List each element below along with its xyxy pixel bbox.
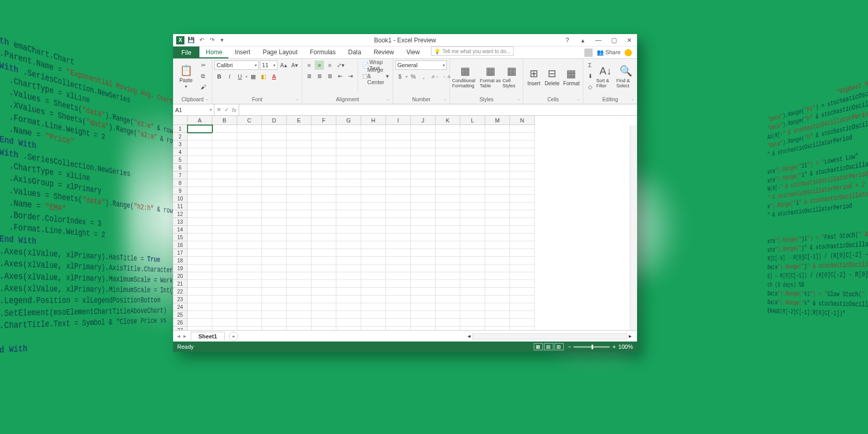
cell[interactable] <box>460 265 485 272</box>
redo-icon[interactable]: ↷ <box>208 37 215 44</box>
find-select-button[interactable]: 🔍Find & Select <box>616 60 635 92</box>
cell[interactable] <box>312 226 336 234</box>
cell[interactable] <box>361 187 386 195</box>
cell[interactable] <box>386 172 411 179</box>
cell[interactable] <box>237 327 262 330</box>
cell[interactable] <box>460 164 485 172</box>
cell[interactable] <box>336 249 361 257</box>
cell[interactable] <box>312 156 336 164</box>
cell[interactable] <box>386 179 411 187</box>
cell[interactable] <box>237 172 262 179</box>
cell[interactable] <box>386 265 411 272</box>
cell[interactable] <box>262 265 287 272</box>
cell[interactable] <box>460 249 485 257</box>
row-header[interactable]: 17 <box>173 249 188 257</box>
row-header[interactable]: 23 <box>173 296 188 303</box>
italic-button[interactable]: I <box>225 72 234 81</box>
cell[interactable] <box>510 303 535 311</box>
cell[interactable] <box>237 187 262 195</box>
view-page-break-button[interactable]: ▥ <box>554 343 564 350</box>
cell[interactable] <box>361 265 386 272</box>
cell[interactable] <box>386 133 411 141</box>
format-as-table-button[interactable]: ▦Format as Table <box>480 60 501 92</box>
fx-icon[interactable]: fx <box>232 107 237 113</box>
row-header[interactable]: 12 <box>173 210 188 218</box>
cell[interactable] <box>336 195 361 203</box>
cell[interactable] <box>411 226 436 234</box>
cell[interactable] <box>287 226 312 234</box>
row-header[interactable]: 26 <box>173 319 188 327</box>
cell[interactable] <box>312 288 336 296</box>
cell[interactable] <box>386 156 411 164</box>
cell[interactable] <box>411 319 436 327</box>
cell[interactable] <box>336 265 361 272</box>
row-header[interactable]: 19 <box>173 265 188 272</box>
tab-review[interactable]: Review <box>367 47 400 58</box>
cell[interactable] <box>411 272 436 280</box>
cell[interactable] <box>237 125 262 133</box>
cell[interactable] <box>485 280 510 288</box>
cell[interactable] <box>237 210 262 218</box>
cell[interactable] <box>262 226 287 234</box>
cell[interactable] <box>336 311 361 319</box>
cell[interactable] <box>237 241 262 249</box>
qat-dropdown-icon[interactable]: ▾ <box>219 37 226 44</box>
cell[interactable] <box>485 203 510 210</box>
cell[interactable] <box>312 179 336 187</box>
cell[interactable] <box>386 164 411 172</box>
cell[interactable] <box>361 125 386 133</box>
cell[interactable] <box>485 319 510 327</box>
cell[interactable] <box>188 241 212 249</box>
cell[interactable] <box>460 187 485 195</box>
cell[interactable] <box>237 226 262 234</box>
cell[interactable] <box>188 172 212 179</box>
align-right-button[interactable]: ≣ <box>325 71 334 81</box>
row-header[interactable]: 13 <box>173 218 188 226</box>
cell[interactable] <box>212 210 237 218</box>
cell[interactable] <box>361 234 386 241</box>
cell[interactable] <box>188 280 212 288</box>
ribbon-collapse-button[interactable]: ▴ <box>575 35 591 46</box>
cell[interactable] <box>485 218 510 226</box>
tab-data[interactable]: Data <box>342 47 367 58</box>
cell[interactable] <box>436 265 460 272</box>
cell[interactable] <box>262 234 287 241</box>
cell[interactable] <box>436 164 460 172</box>
cell[interactable] <box>262 280 287 288</box>
cell[interactable] <box>287 296 312 303</box>
cell[interactable] <box>411 172 436 179</box>
cell[interactable] <box>485 272 510 280</box>
cell[interactable] <box>386 203 411 210</box>
cell[interactable] <box>510 272 535 280</box>
cell[interactable] <box>460 203 485 210</box>
cell[interactable] <box>287 125 312 133</box>
cell[interactable] <box>336 148 361 156</box>
tab-page-layout[interactable]: Page Layout <box>256 47 303 58</box>
cell[interactable] <box>188 187 212 195</box>
vertical-scrollbar[interactable] <box>630 125 637 330</box>
cell[interactable] <box>361 226 386 234</box>
cell[interactable] <box>312 164 336 172</box>
number-format-combo[interactable]: General▾ <box>395 60 447 70</box>
row-header[interactable]: 16 <box>173 241 188 249</box>
grow-font-button[interactable]: A▴ <box>278 60 288 70</box>
cell[interactable] <box>436 125 460 133</box>
cell[interactable] <box>312 249 336 257</box>
align-center-button[interactable]: ≣ <box>315 71 324 81</box>
merge-center-button[interactable]: ⬚ Merge & Center ▾ <box>361 71 391 81</box>
insert-cells-button[interactable]: ⊞Insert <box>525 60 542 92</box>
cell[interactable] <box>436 234 460 241</box>
cell[interactable] <box>212 234 237 241</box>
undo-icon[interactable]: ↶ <box>198 37 205 44</box>
cell[interactable] <box>436 319 460 327</box>
row-header[interactable]: 27 <box>173 327 188 330</box>
cell[interactable] <box>188 195 212 203</box>
cell[interactable] <box>460 288 485 296</box>
cell[interactable] <box>237 164 262 172</box>
tell-me-search[interactable]: 💡 Tell me what you want to do... <box>431 47 514 56</box>
cell[interactable] <box>411 203 436 210</box>
row-header[interactable]: 24 <box>173 303 188 311</box>
cell[interactable] <box>485 257 510 265</box>
cell[interactable] <box>212 296 237 303</box>
cell[interactable] <box>386 148 411 156</box>
